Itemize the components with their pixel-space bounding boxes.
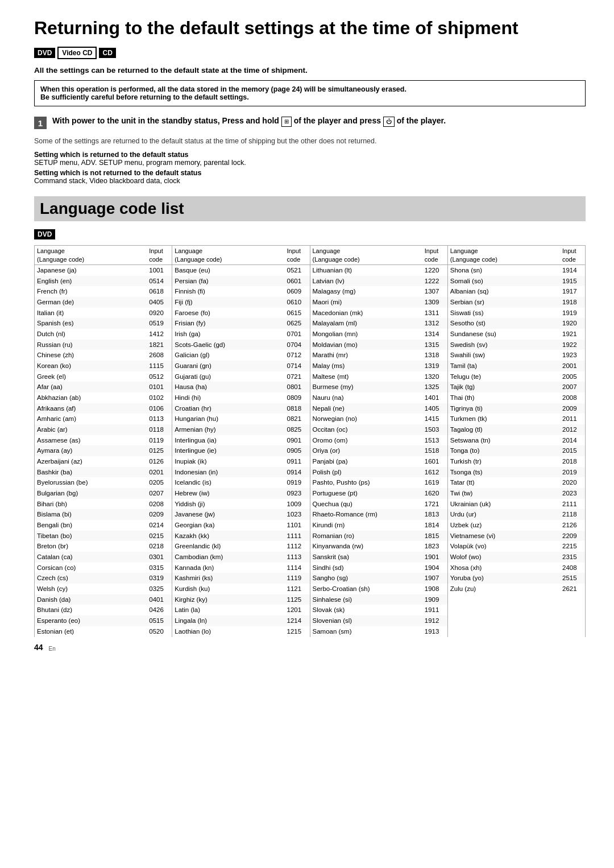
- lang-name-cell: Vietnamese (vi): [448, 531, 560, 542]
- lang-code-cell: 0818: [285, 403, 310, 414]
- table-row: Irish (ga)0701: [172, 329, 309, 340]
- table-row: Japanese (ja)1001: [35, 264, 172, 275]
- lang-name-cell: Swedish (sv): [448, 340, 560, 350]
- lang-name-cell: Estonian (et): [35, 626, 147, 637]
- lang-name-cell: English (en): [35, 276, 147, 287]
- table-row: Rhaeto-Romance (rm)1813: [310, 509, 447, 520]
- table-row: Tibetan (bo)0215: [35, 531, 172, 542]
- lang-code-cell: 0426: [147, 605, 172, 615]
- lang-name-cell: Uzbek (uz): [448, 520, 560, 531]
- table-row: Shona (sn)1914: [448, 264, 585, 275]
- table-row: Aymara (ay)0125: [35, 445, 172, 456]
- dvd-badge: DVD: [34, 48, 55, 58]
- lang-code-cell: 0315: [147, 563, 172, 573]
- lang-name-cell: Tonga (to): [448, 445, 560, 456]
- lang-code-cell: 0208: [147, 499, 172, 510]
- dvd-badge-row: DVD: [34, 229, 586, 239]
- lang-name-cell: Slovenian (sl): [310, 615, 422, 626]
- lang-code-cell: 0615: [285, 308, 310, 319]
- lang-code-cell: 0901: [285, 435, 310, 446]
- lang-code-cell: 0905: [285, 445, 310, 456]
- lang-code-cell: 0101: [147, 382, 172, 392]
- lang-code-cell: 1901: [422, 552, 447, 563]
- table-row: Tatar (tt)2020: [448, 477, 585, 488]
- settings-returned-text: SETUP menu, ADV. SETUP menu, program mem…: [34, 159, 246, 167]
- lang-code-cell: 2023: [560, 488, 585, 499]
- table-row: Malagasy (mg)1307: [310, 286, 447, 297]
- lang-name-cell: Laothian (lo): [172, 626, 284, 637]
- lang-code-cell: 1503: [422, 424, 447, 435]
- table-row: Twi (tw)2023: [448, 488, 585, 499]
- language-table-wrapper: Language(Language code)InputcodeJapanese…: [34, 245, 586, 636]
- lang-name-cell: Volapük (vo): [448, 541, 560, 552]
- lang-name-cell: Greenlandic (kl): [172, 541, 284, 552]
- table-row: Macedonian (mk)1311: [310, 308, 447, 319]
- lang-name-cell: Rhaeto-Romance (rm): [310, 509, 422, 520]
- badge-row: DVD Video CD CD: [34, 47, 586, 59]
- table-row: Sinhalese (si)1909: [310, 594, 447, 605]
- lang-name-cell: French (fr): [35, 286, 147, 297]
- lang-name-cell: Setswana (tn): [448, 435, 560, 446]
- table-row: Nepali (ne)1405: [310, 403, 447, 414]
- col-header-lang-0: Language(Language code): [35, 246, 147, 265]
- lang-code-cell: 2011: [560, 414, 585, 424]
- table-row: Bislama (bi)0209: [35, 509, 172, 520]
- lang-code-cell: 0712: [285, 350, 310, 361]
- lang-code-cell: 1113: [285, 552, 310, 563]
- table-row: Afar (aa)0101: [35, 382, 172, 392]
- lang-code-cell: 1601: [422, 456, 447, 467]
- lang-name-cell: Pashto, Pushto (ps): [310, 477, 422, 488]
- table-row: Tajik (tg)2007: [448, 382, 585, 392]
- lang-name-cell: Arabic (ar): [35, 424, 147, 435]
- lang-code-cell: 0919: [285, 477, 310, 488]
- lang-name-cell: Czech (cs): [35, 573, 147, 584]
- table-row: Samoan (sm)1913: [310, 626, 447, 637]
- table-row: Occitan (oc)1503: [310, 424, 447, 435]
- lang-code-cell: 1119: [285, 573, 310, 584]
- lang-code-cell: 2008: [560, 392, 585, 403]
- lang-code-cell: 2020: [560, 477, 585, 488]
- lang-code-cell: 1813: [422, 509, 447, 520]
- lang-name-cell: Tamil (ta): [448, 361, 560, 371]
- lang-code-cell: 2621: [560, 584, 585, 594]
- table-row: Amharic (am)0113: [35, 414, 172, 424]
- lang-name-cell: German (de): [35, 297, 147, 308]
- lang-name-cell: Bengali (bn): [35, 520, 147, 531]
- lang-code-cell: 0126: [147, 456, 172, 467]
- lang-code-cell: 0701: [285, 329, 310, 340]
- table-row: Quechua (qu)1721: [310, 499, 447, 510]
- lang-code-cell: 1921: [560, 329, 585, 340]
- table-row: Afrikaans (af)0106: [35, 403, 172, 414]
- lang-name-cell: Japanese (ja): [35, 264, 147, 275]
- lang-code-cell: 1821: [147, 340, 172, 350]
- table-row: Assamese (as)0119: [35, 435, 172, 446]
- lang-name-cell: Byelorussian (be): [35, 477, 147, 488]
- table-row: Greenlandic (kl)1112: [172, 541, 309, 552]
- lang-code-cell: 0714: [285, 361, 310, 371]
- table-row: Zulu (zu)2621: [448, 584, 585, 594]
- lang-code-cell: 2015: [560, 445, 585, 456]
- lang-name-cell: Interlingue (ie): [172, 445, 284, 456]
- lang-name-cell: Sanskrit (sa): [310, 552, 422, 563]
- table-row: Greek (el)0512: [35, 371, 172, 382]
- col-header-lang-3: Language(Language code): [448, 246, 560, 265]
- lang-name-cell: Telugu (te): [448, 371, 560, 382]
- table-row: Tagalog (tl)2012: [448, 424, 585, 435]
- page-footer: 44 En: [34, 643, 586, 652]
- menu-button-icon: ⊞: [281, 117, 292, 127]
- lang-name-cell: Fiji (fj): [172, 297, 284, 308]
- language-column-1: Language(Language code)InputcodeBasque (…: [172, 245, 309, 636]
- lang-code-cell: 2009: [560, 403, 585, 414]
- table-row: Lingala (ln)1214: [172, 615, 309, 626]
- page-number: 44: [34, 643, 43, 652]
- lang-code-cell: 1908: [422, 584, 447, 594]
- lang-code-cell: 1619: [422, 477, 447, 488]
- table-row: Sundanese (su)1921: [448, 329, 585, 340]
- lang-code-cell: 1312: [422, 318, 447, 329]
- lang-name-cell: Galician (gl): [172, 350, 284, 361]
- lang-code-cell: 1009: [285, 499, 310, 510]
- lang-code-cell: 1201: [285, 605, 310, 615]
- lang-code-cell: 2018: [560, 456, 585, 467]
- table-row: Byelorussian (be)0205: [35, 477, 172, 488]
- lang-code-cell: 0801: [285, 382, 310, 392]
